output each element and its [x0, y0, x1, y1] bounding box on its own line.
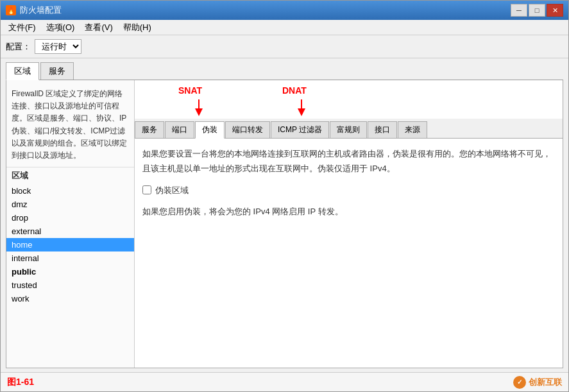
menu-view[interactable]: 查看(V): [80, 21, 117, 35]
main-content: 区域 服务 FirewallD 区域定义了绑定的网络连接、接口以及源地址的可信程…: [1, 58, 568, 372]
window-title: 防火墙配置: [20, 4, 511, 16]
snat-arrow: [192, 98, 212, 118]
inner-tabs: 服务 端口 伪装 端口转发 ICMP 过滤器 富规则 接口 来源: [135, 119, 563, 139]
toolbar: 配置： 运行时 永久: [1, 35, 568, 58]
sidebar-header: 区域: [6, 167, 134, 184]
sidebar-item-public[interactable]: public: [6, 265, 134, 278]
masquerade-checkbox-row: 伪装区域: [142, 183, 555, 198]
title-bar: 🔥 防火墙配置 ─ □ ✕: [1, 1, 568, 20]
sidebar-item-internal[interactable]: internal: [6, 251, 134, 265]
sidebar-item-home[interactable]: home: [6, 238, 134, 251]
tab-zones[interactable]: 区域: [6, 62, 39, 80]
masquerade-checkbox[interactable]: [142, 185, 151, 194]
masquerade-desc1: 如果您要设置一台将您的本地网络连接到互联网的主机或者路由器，伪装是很有用的。您的…: [142, 146, 555, 176]
minimize-button[interactable]: ─: [511, 4, 527, 17]
tab-port-forward[interactable]: 端口转发: [225, 121, 270, 138]
right-panel: SNAT DNAT: [135, 80, 563, 368]
snat-label: SNAT: [178, 85, 202, 96]
menu-file[interactable]: 文件(F): [3, 21, 41, 35]
brand-logo: ✓ 创新互联: [513, 376, 562, 389]
window-controls: ─ □ ✕: [511, 4, 563, 17]
sidebar-item-block[interactable]: block: [6, 184, 134, 198]
sidebar-item-external[interactable]: external: [6, 225, 134, 238]
inner-content: 如果您要设置一台将您的本地网络连接到互联网的主机或者路由器，伪装是很有用的。您的…: [135, 139, 563, 368]
config-label: 配置：: [6, 41, 31, 53]
tab-services[interactable]: 服务: [40, 62, 74, 80]
tab-port[interactable]: 端口: [165, 121, 194, 138]
menu-options[interactable]: 选项(O): [41, 21, 80, 35]
tab-service[interactable]: 服务: [135, 121, 164, 138]
menu-help[interactable]: 帮助(H): [118, 21, 157, 35]
tab-interface[interactable]: 接口: [368, 121, 397, 138]
zone-description: FirewallD 区域定义了绑定的网络连接、接口以及源地址的可信程度。区域是服…: [6, 83, 134, 167]
masquerade-desc2: 如果您启用伪装，将会为您的 IPv4 网络启用 IP 转发。: [142, 204, 555, 219]
runtime-dropdown[interactable]: 运行时 永久: [35, 39, 81, 54]
outer-tabs: 区域 服务: [6, 62, 563, 80]
brand-icon: ✓: [513, 376, 526, 389]
close-button[interactable]: ✕: [547, 4, 563, 17]
tab-masquerade[interactable]: 伪装: [195, 121, 225, 139]
masquerade-checkbox-label: 伪装区域: [155, 183, 189, 198]
dnat-arrow: [295, 98, 314, 118]
tab-icmp[interactable]: ICMP 过滤器: [271, 121, 329, 138]
bottom-bar: 图1-61 ✓ 创新互联: [1, 372, 568, 391]
content-area: FirewallD 区域定义了绑定的网络连接、接口以及源地址的可信程度。区域是服…: [6, 80, 563, 368]
brand-name: 创新互联: [529, 377, 562, 388]
menu-bar: 文件(F) 选项(O) 查看(V) 帮助(H): [1, 20, 568, 35]
main-window: 🔥 防火墙配置 ─ □ ✕ 文件(F) 选项(O) 查看(V) 帮助(H) 配置…: [0, 0, 569, 392]
sidebar-item-trusted[interactable]: trusted: [6, 278, 134, 292]
tab-rich-rules[interactable]: 富规则: [330, 121, 367, 138]
figure-label: 图1-61: [7, 377, 34, 388]
sidebar-item-work[interactable]: work: [6, 292, 134, 305]
app-icon: 🔥: [6, 5, 16, 15]
dnat-label: DNAT: [282, 85, 307, 96]
sidebar-item-drop[interactable]: drop: [6, 211, 134, 225]
sidebar: FirewallD 区域定义了绑定的网络连接、接口以及源地址的可信程度。区域是服…: [6, 80, 135, 368]
tab-source[interactable]: 来源: [398, 121, 427, 138]
sidebar-item-dmz[interactable]: dmz: [6, 198, 134, 211]
maximize-button[interactable]: □: [529, 4, 545, 17]
